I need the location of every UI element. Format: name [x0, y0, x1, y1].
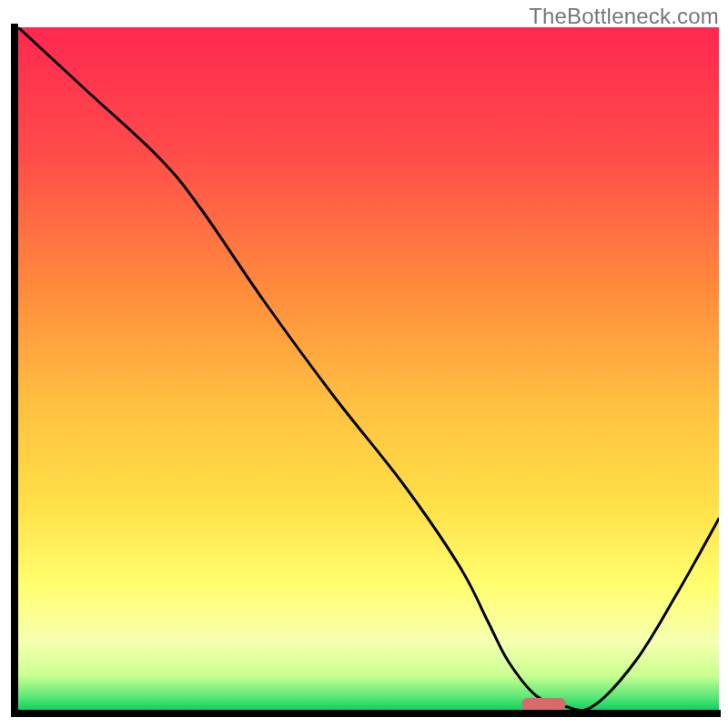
- plot-background: [18, 27, 719, 710]
- optimal-marker: [522, 698, 566, 711]
- svg-rect-1: [11, 24, 18, 717]
- svg-rect-2: [11, 710, 721, 717]
- bottleneck-chart: [0, 0, 728, 728]
- chart-container: TheBottleneck.com: [0, 0, 728, 728]
